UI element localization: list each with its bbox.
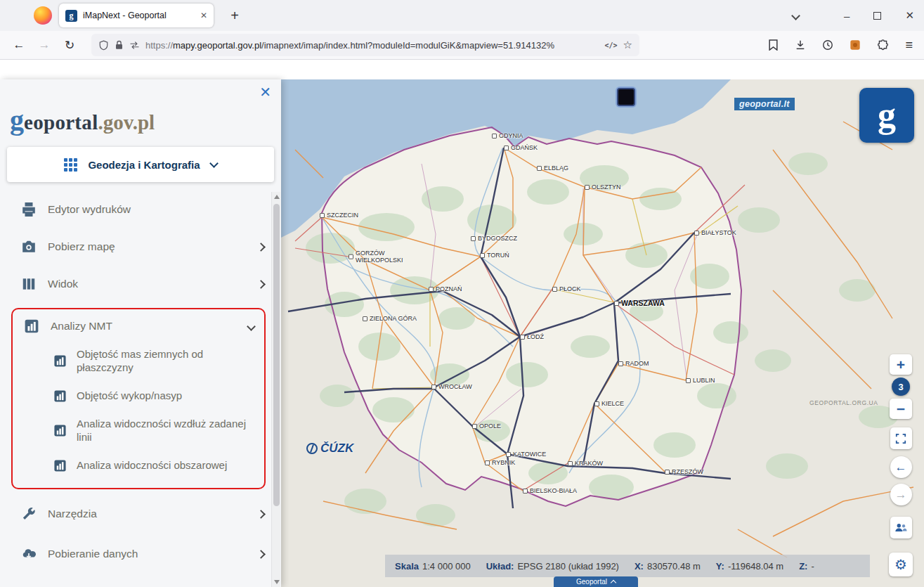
city-marker-icon xyxy=(665,470,670,475)
browser-nav-bar: ← → ↻ https://mapy.geoportal.gov.pl/imap… xyxy=(0,31,924,60)
city-marker-icon xyxy=(520,335,525,340)
download-icon[interactable] xyxy=(795,39,806,51)
bookmark-star-icon[interactable]: ☆ xyxy=(623,39,632,51)
city-marker-icon xyxy=(471,236,476,241)
window-maximize-button[interactable] xyxy=(873,12,881,20)
window-minimize-button[interactable]: – xyxy=(844,10,850,22)
sidebar-item-edytor-wydrukow[interactable]: Edytor wydruków xyxy=(0,191,281,228)
url-bar[interactable]: https://mapy.geoportal.gov.pl/imapnext/i… xyxy=(91,34,639,56)
printer-icon xyxy=(21,202,37,217)
panel-close-button[interactable]: ✕ xyxy=(259,85,271,99)
city-label: WROCŁAW xyxy=(431,383,472,390)
tab-close-icon[interactable]: ✕ xyxy=(200,11,207,20)
sidebar-item-label: Widok xyxy=(48,278,78,290)
city-marker-icon xyxy=(594,401,599,406)
sidebar-item-pobieranie-danych[interactable]: Pobieranie danych xyxy=(0,534,281,574)
scroll-up-icon[interactable] xyxy=(274,195,280,199)
fullscreen-button[interactable] xyxy=(890,427,912,449)
users-icon xyxy=(894,522,907,533)
city-label: KIELCE xyxy=(594,400,624,407)
list-tabs-icon[interactable] xyxy=(791,11,800,20)
chevron-down-icon xyxy=(248,320,254,333)
city-label: TORUŃ xyxy=(480,252,509,259)
scrollbar-thumb[interactable] xyxy=(273,204,280,506)
firefox-logo-icon[interactable] xyxy=(34,6,52,25)
sidebar-item-label: Analizy NMT xyxy=(51,320,112,333)
nmt-subitem-label: Objętość mas ziemnych od płaszczyzny xyxy=(77,348,251,375)
pocket-icon[interactable] xyxy=(768,39,779,51)
sidebar-item-widok[interactable]: Widok xyxy=(0,265,281,302)
sidebar-item-label: Edytor wydruków xyxy=(48,203,131,216)
crs-value: EPSG 2180 (układ 1992) xyxy=(517,561,619,572)
forward-button[interactable]: → xyxy=(34,34,55,56)
city-label: ŁÓDŹ xyxy=(520,333,544,340)
module-selector[interactable]: Geodezja i Kartografia xyxy=(7,147,274,182)
nmt-subitem-widocznosc-linia[interactable]: Analiza widoczności wzdłuż zadanej linii xyxy=(13,411,264,450)
city-label: BIELSKO-BIAŁA xyxy=(523,487,577,494)
bar-chart-icon xyxy=(53,354,67,368)
map-marker[interactable] xyxy=(617,88,635,106)
chevron-right-icon xyxy=(258,548,264,560)
zoom-out-button[interactable]: − xyxy=(890,399,912,419)
panel-scrollbar[interactable] xyxy=(271,192,280,587)
zoom-in-button[interactable]: + xyxy=(890,354,912,375)
nmt-subitem-widocznosc-obszar[interactable]: Analiza widoczności obszarowej xyxy=(13,450,264,481)
next-view-button[interactable]: → xyxy=(890,484,912,505)
sidebar-item-narzedzia[interactable]: Narzędzia xyxy=(0,494,281,534)
sidebar-item-label: Narzędzia xyxy=(48,508,97,520)
gear-icon: ⚙ xyxy=(894,556,907,573)
arrow-left-icon: ← xyxy=(895,460,907,475)
sidebar-item-analizy-nmt[interactable]: Analizy NMT xyxy=(13,311,264,342)
city-marker-icon xyxy=(480,253,485,258)
history-icon[interactable] xyxy=(822,39,833,51)
share-view-button[interactable] xyxy=(890,517,912,538)
map-status-bar: Skala1:4 000 000 Układ:EPSG 2180 (układ … xyxy=(385,555,870,577)
sidebar-item-pobierz-mape[interactable]: Pobierz mapę xyxy=(0,228,281,265)
extensions-puzzle-icon[interactable] xyxy=(877,39,889,51)
tab-favicon: g xyxy=(65,10,77,22)
lock-icon[interactable] xyxy=(115,40,124,51)
city-label: BYDGOSZCZ xyxy=(471,235,517,242)
window-close-button[interactable]: ✕ xyxy=(905,9,914,22)
back-button[interactable]: ← xyxy=(8,34,30,56)
sidebar-item-wyszukiwanie[interactable]: Wyszukiwanie xyxy=(0,574,281,587)
wrench-icon xyxy=(21,506,37,522)
scroll-down-icon[interactable] xyxy=(274,580,280,584)
city-label: OLSZTYN xyxy=(585,183,621,191)
map-attribution[interactable]: Geoportal xyxy=(554,576,638,587)
city-marker-icon xyxy=(537,166,542,171)
city-label: ZIELONA GÓRA xyxy=(363,315,417,322)
nmt-subitem-objetosc-plaszczyzna[interactable]: Objętość mas ziemnych od płaszczyzny xyxy=(13,342,264,380)
nmt-subitem-label: Analiza widoczności wzdłuż zadanej linii xyxy=(77,418,251,444)
cloud-download-icon xyxy=(21,546,37,562)
module-selector-label: Geodezja i Kartografia xyxy=(88,159,200,171)
browser-tab[interactable]: g iMapNext - Geoportal ✕ xyxy=(59,4,214,27)
url-text[interactable]: https://mapy.geoportal.gov.pl/imapnext/i… xyxy=(145,40,599,51)
zoom-level-badge: 3 xyxy=(892,378,910,396)
tab-title: iMapNext - Geoportal xyxy=(83,11,195,20)
permissions-icon[interactable] xyxy=(129,41,140,50)
geoportal-logo-button[interactable]: g xyxy=(859,88,914,143)
x-value: 830570.48 m xyxy=(647,561,701,572)
analizy-nmt-highlight-box: Analizy NMT Objętość mas ziemnych od pła… xyxy=(11,308,266,489)
basemap xyxy=(281,79,924,587)
nmt-subitem-wykop-nasyp[interactable]: Objętość wykop/nasyp xyxy=(13,380,264,411)
cuzk-logo: ČÚZK xyxy=(306,441,353,456)
geoportal-g-icon: g xyxy=(878,97,896,134)
shield-icon[interactable] xyxy=(98,40,109,51)
settings-button[interactable]: ⚙ xyxy=(889,553,913,576)
city-label: RADOM xyxy=(618,360,649,367)
menu-icon[interactable]: ≡ xyxy=(905,38,913,53)
crs-label: Układ: xyxy=(486,561,514,572)
reload-button[interactable]: ↻ xyxy=(59,34,80,56)
attribution-text: Geoportal xyxy=(576,578,607,586)
previous-view-button[interactable]: ← xyxy=(890,456,912,478)
code-icon[interactable]: </> xyxy=(604,41,617,49)
city-label: GORZÓW WIELKOPOLSKI xyxy=(349,250,406,264)
columns-icon xyxy=(21,276,37,292)
sidebar-panel: ✕ geoportal.gov.pl Geodezja i Kartografi… xyxy=(0,79,281,587)
extension-icon[interactable] xyxy=(850,39,861,51)
city-marker-icon xyxy=(618,361,623,366)
new-tab-button[interactable]: + xyxy=(225,8,245,24)
map-canvas[interactable]: GDYNIAGDAŃSKELBLĄGOLSZTYNSZCZECINBYDGOSZ… xyxy=(281,79,924,587)
